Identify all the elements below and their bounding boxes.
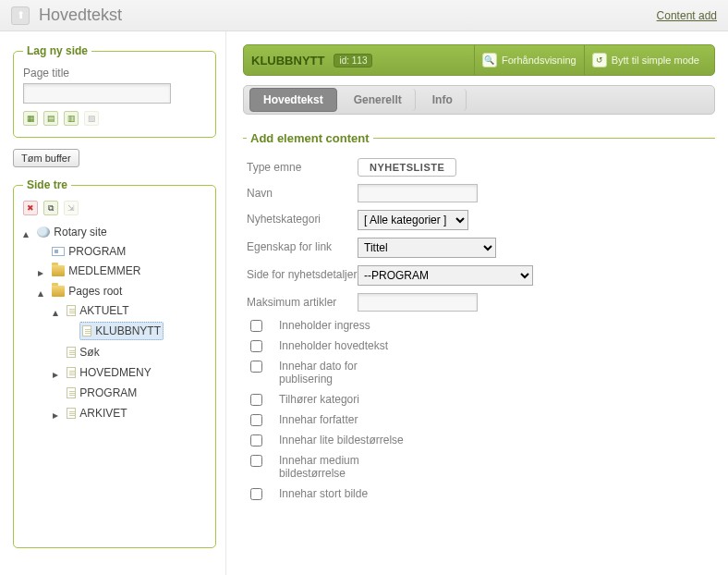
page-icon (67, 367, 76, 378)
label-kategori: Nyhetskategori (247, 210, 358, 226)
main-area: Lag ny side Page title ▦ ▤ ▥ ▧ Tøm buffe… (0, 31, 728, 575)
tree-item-program[interactable]: PROGRAM (50, 243, 127, 260)
page-tree-legend: Side tre (23, 178, 71, 191)
tab-generellt[interactable]: Generellt (341, 89, 416, 111)
chk-label: Innehar dato for publisering (279, 360, 408, 385)
card-icon (52, 247, 65, 256)
tree-item-arkivet[interactable]: ARKIVET (65, 405, 128, 422)
chk-bilde-medium[interactable] (250, 455, 262, 467)
tab-info[interactable]: Info (419, 89, 467, 111)
chk-label: Innehar stort bilde (279, 487, 368, 500)
chk-dato[interactable] (250, 361, 262, 373)
chk-row-1: Inneholder hovedtekst (247, 339, 711, 352)
preview-button[interactable]: 🔍 Forhåndsvisning (474, 45, 584, 75)
tree-tools: ✖ ⧉ ⇲ (23, 201, 206, 215)
page-title-input[interactable] (23, 83, 171, 104)
top-bar: ⬆ Hovedtekst Content add (0, 0, 728, 31)
row-linkprop: Egenskap for link Tittel (247, 238, 711, 258)
home-button[interactable]: ⬆ (11, 6, 30, 25)
type-value: NYHETSLISTE (358, 158, 456, 177)
chk-label: Innehar lite bildestørrelse (279, 434, 404, 447)
row-max: Maksimum artikler (247, 293, 711, 312)
tab-bar: Hovedtekst Generellt Info (243, 85, 715, 115)
tree-toggle[interactable]: ▸ (38, 264, 47, 281)
tree-item-medlemmer[interactable]: MEDLEMMER (50, 263, 142, 279)
magnifier-icon: 🔍 (482, 53, 497, 67)
tree-toggle[interactable]: ▸ (53, 407, 62, 423)
add-element-panel: Add element content Type emne NYHETSLIST… (243, 131, 715, 511)
page-tree: ▴ Rotary site PROGRAM (23, 223, 206, 426)
chk-row-4: Innehar forfatter (247, 413, 711, 426)
tab-hovedtekst[interactable]: Hovedtekst (249, 88, 337, 112)
globe-icon (37, 226, 50, 238)
tree-root-label: Rotary site (54, 224, 106, 240)
chk-forfatter[interactable] (250, 414, 262, 426)
chk-label: Tilhører kategori (279, 393, 359, 406)
kategori-select[interactable]: [ Alle kategorier ] (358, 210, 468, 230)
chk-label: Inneholder ingress (279, 319, 370, 332)
chk-kategori[interactable] (250, 394, 262, 406)
title-bar: KLUBBNYTT id: 113 🔍 Forhåndsvisning ↺ By… (243, 44, 715, 76)
content-add-link[interactable]: Content add (657, 9, 717, 22)
row-side: Side for nyhetsdetaljer --PROGRAM (247, 265, 711, 286)
chk-label: Inneholder hovedtekst (279, 339, 388, 352)
id-badge: id: 113 (334, 54, 372, 67)
page-title-label: Page title (23, 67, 206, 80)
add-page-alt-icon[interactable]: ▤ (43, 111, 58, 126)
chk-hovedtekst[interactable] (250, 340, 262, 352)
add-page-disabled-icon: ▧ (84, 111, 99, 126)
content-page-name: KLUBBNYTT (251, 54, 324, 67)
chk-bilde-stort[interactable] (250, 488, 262, 500)
simple-mode-button[interactable]: ↺ Bytt til simple mode (584, 45, 707, 75)
folder-icon (52, 265, 65, 276)
navn-input[interactable] (358, 184, 478, 202)
max-input[interactable] (358, 293, 478, 312)
content-area: KLUBBNYTT id: 113 🔍 Forhåndsvisning ↺ By… (225, 31, 728, 575)
tree-toggle[interactable]: ▴ (53, 304, 62, 321)
home-icon: ⬆ (17, 9, 25, 21)
clear-buffer-button[interactable]: Tøm buffer (13, 149, 79, 167)
row-navn: Navn (247, 184, 711, 202)
label-linkprop: Egenskap for link (247, 238, 358, 253)
new-page-panel: Lag ny side Page title ▦ ▤ ▥ ▧ (13, 44, 216, 138)
delete-icon[interactable]: ✖ (23, 201, 38, 215)
tree-toggle[interactable]: ▴ (38, 285, 47, 301)
tree-root[interactable]: Rotary site (35, 224, 108, 240)
page-icon (67, 387, 76, 398)
linkprop-select[interactable]: Tittel (358, 238, 496, 258)
label-side: Side for nyhetsdetaljer (247, 265, 358, 281)
chk-row-3: Tilhører kategori (247, 393, 711, 406)
chk-row-7: Innehar stort bilde (247, 487, 711, 500)
add-page-alt2-icon[interactable]: ▥ (64, 111, 79, 126)
chk-label: Innehar medium bildestørrelse (279, 454, 408, 480)
side-select[interactable]: --PROGRAM (358, 265, 533, 286)
tree-item-program2[interactable]: PROGRAM (65, 385, 139, 401)
page-icon (67, 305, 76, 316)
chk-row-6: Innehar medium bildestørrelse (247, 454, 711, 480)
page-icon (82, 325, 91, 336)
row-kategori: Nyhetskategori [ Alle kategorier ] (247, 210, 711, 230)
tree-toggle[interactable]: ▸ (53, 366, 62, 383)
tree-item-pagesroot[interactable]: Pages root (50, 283, 124, 300)
tree-item-aktuelt[interactable]: AKTUELT (65, 302, 130, 319)
page-icon (67, 408, 76, 419)
folder-icon (52, 286, 65, 297)
chk-label: Innehar forfatter (279, 413, 358, 426)
chk-bilde-lite[interactable] (250, 434, 262, 447)
row-type: Type emne NYHETSLISTE (247, 158, 711, 177)
paste-icon[interactable]: ⇲ (64, 201, 79, 215)
tree-item-klubbnytt[interactable]: KLUBBNYTT (79, 322, 164, 340)
page-icon (67, 347, 76, 358)
new-page-legend: Lag ny side (23, 44, 91, 57)
page-tree-panel: Side tre ✖ ⧉ ⇲ ▴ Rotary site (13, 178, 216, 548)
add-element-legend: Add element content (247, 131, 373, 145)
copy-icon[interactable]: ⧉ (43, 201, 58, 215)
chk-ingress[interactable] (250, 320, 262, 332)
page-title: Hovedtekst (39, 6, 657, 25)
tree-toggle[interactable]: ▴ (23, 226, 32, 242)
tree-item-hovedmeny[interactable]: HOVEDMENY (65, 364, 152, 381)
tree-item-sok[interactable]: Søk (65, 344, 101, 361)
add-page-icon[interactable]: ▦ (23, 111, 38, 126)
label-type: Type emne (247, 158, 358, 174)
chk-row-0: Inneholder ingress (247, 319, 711, 332)
